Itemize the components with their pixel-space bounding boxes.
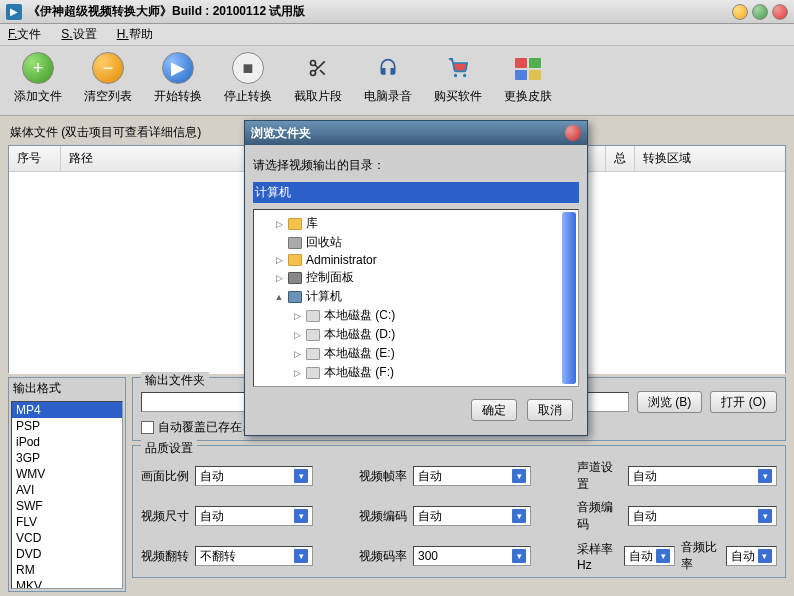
formats-list[interactable]: MP4PSPiPod3GPWMVAVISWFFLVVCDDVDRMMKV — [11, 401, 123, 589]
svg-point-5 — [455, 75, 457, 77]
disk-icon — [306, 310, 320, 322]
play-icon: ▶ — [162, 52, 194, 84]
tree-node-disk-c[interactable]: ▷本地磁盘 (C:) — [292, 306, 574, 325]
folder-tree[interactable]: ▷库 回收站 ▷Administrator ▷控制面板 ▲计算机 ▷本地磁盘 (… — [253, 209, 579, 387]
format-item[interactable]: 3GP — [12, 450, 122, 466]
tree-node-disk-d[interactable]: ▷本地磁盘 (D:) — [292, 325, 574, 344]
svg-line-4 — [315, 65, 318, 68]
headset-icon — [372, 52, 404, 84]
col-total[interactable]: 总 — [606, 146, 635, 171]
buy-button[interactable]: 购买软件 — [434, 52, 482, 109]
stop-icon: ■ — [232, 52, 264, 84]
format-item[interactable]: FLV — [12, 514, 122, 530]
format-item[interactable]: MP4 — [12, 402, 122, 418]
control-panel-icon — [288, 272, 302, 284]
format-item[interactable]: SWF — [12, 498, 122, 514]
format-item[interactable]: DVD — [12, 546, 122, 562]
col-index[interactable]: 序号 — [9, 146, 61, 171]
folder-icon — [288, 218, 302, 230]
computer-icon — [288, 291, 302, 303]
disk-icon — [306, 367, 320, 379]
tree-node-disk-f[interactable]: ▷本地磁盘 (F:) — [292, 363, 574, 382]
format-item[interactable]: iPod — [12, 434, 122, 450]
tree-node-control-panel[interactable]: ▷控制面板 — [274, 268, 574, 287]
svg-line-3 — [320, 70, 325, 75]
dialog-selected-path: 计算机 — [253, 182, 579, 203]
col-range[interactable]: 转换区域 — [635, 146, 785, 171]
menu-file[interactable]: F.文件 — [8, 26, 41, 43]
clear-list-button[interactable]: − 清空列表 — [84, 52, 132, 109]
skin-icon — [512, 52, 544, 84]
disk-icon — [306, 329, 320, 341]
stop-convert-button[interactable]: ■ 停止转换 — [224, 52, 272, 109]
plus-icon: + — [22, 52, 54, 84]
menu-settings[interactable]: S.设置 — [61, 26, 96, 43]
start-convert-button[interactable]: ▶ 开始转换 — [154, 52, 202, 109]
format-item[interactable]: WMV — [12, 466, 122, 482]
menu-help[interactable]: H.帮助 — [117, 26, 153, 43]
record-button[interactable]: 电脑录音 — [364, 52, 412, 109]
cart-icon — [442, 52, 474, 84]
audiobitrate-select[interactable]: 自动▾ — [726, 546, 777, 566]
folder-icon — [288, 254, 302, 266]
dialog-title: 浏览文件夹 — [251, 125, 565, 142]
framerate-select[interactable]: 自动▾ — [413, 466, 531, 486]
format-item[interactable]: MKV — [12, 578, 122, 589]
tree-node-administrator[interactable]: ▷Administrator — [274, 252, 574, 268]
overwrite-checkbox[interactable] — [141, 421, 154, 434]
format-item[interactable]: RM — [12, 562, 122, 578]
audiocodec-select[interactable]: 自动▾ — [628, 506, 777, 526]
videosize-select[interactable]: 自动▾ — [195, 506, 313, 526]
dialog-cancel-button[interactable]: 取消 — [527, 399, 573, 421]
maximize-button[interactable] — [752, 4, 768, 20]
recycle-bin-icon — [288, 237, 302, 249]
tree-node-libraries[interactable]: ▷库 — [274, 214, 574, 233]
browse-button[interactable]: 浏览 (B) — [637, 391, 702, 413]
quality-title: 品质设置 — [141, 440, 197, 457]
browse-folder-dialog: 浏览文件夹 请选择视频输出的目录： 计算机 ▷库 回收站 ▷Administra… — [244, 120, 588, 436]
videobitrate-select[interactable]: 300▾ — [413, 546, 531, 566]
disk-icon — [306, 348, 320, 360]
dialog-close-button[interactable] — [565, 125, 581, 141]
aspect-select[interactable]: 自动▾ — [195, 466, 313, 486]
minimize-button[interactable] — [732, 4, 748, 20]
tree-node-disk-e[interactable]: ▷本地磁盘 (E:) — [292, 344, 574, 363]
add-file-button[interactable]: + 添加文件 — [14, 52, 62, 109]
scissors-icon — [302, 52, 334, 84]
format-item[interactable]: VCD — [12, 530, 122, 546]
rotate-select[interactable]: 不翻转▾ — [195, 546, 313, 566]
tree-node-recycle-bin[interactable]: 回收站 — [274, 233, 574, 252]
channel-select[interactable]: 自动▾ — [628, 466, 777, 486]
svg-point-6 — [464, 75, 466, 77]
open-button[interactable]: 打开 (O) — [710, 391, 777, 413]
tree-node-computer[interactable]: ▲计算机 — [274, 287, 574, 306]
samplerate-select[interactable]: 自动▾ — [624, 546, 675, 566]
format-item[interactable]: AVI — [12, 482, 122, 498]
dialog-message: 请选择视频输出的目录： — [253, 153, 579, 182]
videocodec-select[interactable]: 自动▾ — [413, 506, 531, 526]
close-button[interactable] — [772, 4, 788, 20]
formats-title: 输出格式 — [9, 378, 125, 399]
tree-scrollbar[interactable] — [562, 212, 576, 384]
output-folder-title: 输出文件夹 — [141, 372, 209, 389]
format-item[interactable]: PSP — [12, 418, 122, 434]
app-icon: ▶ — [6, 4, 22, 20]
cut-clip-button[interactable]: 截取片段 — [294, 52, 342, 109]
dialog-ok-button[interactable]: 确定 — [471, 399, 517, 421]
svg-point-0 — [311, 61, 316, 66]
svg-point-1 — [311, 71, 316, 76]
window-title: 《伊神超级视频转换大师》Build : 20100112 试用版 — [28, 3, 732, 20]
overwrite-label: 自动覆盖已存在… — [158, 419, 254, 436]
change-skin-button[interactable]: 更换皮肤 — [504, 52, 552, 109]
minus-icon: − — [92, 52, 124, 84]
